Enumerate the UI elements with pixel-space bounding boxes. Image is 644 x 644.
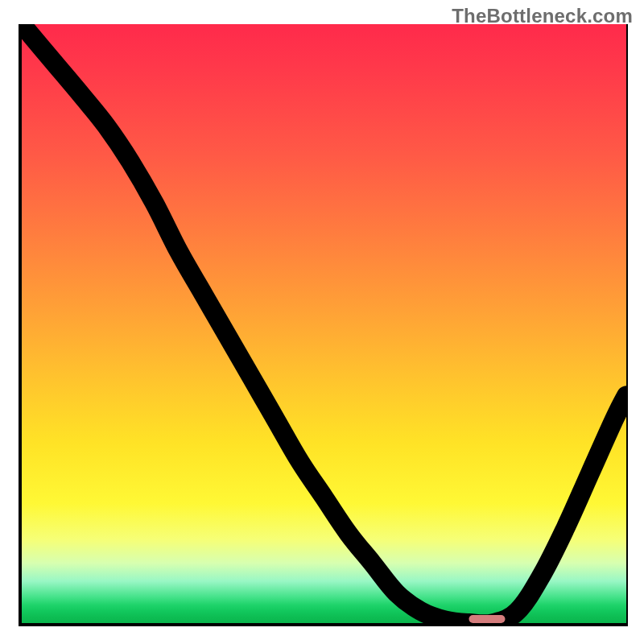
chart-stage: TheBottleneck.com [0,0,644,644]
optimal-marker [469,615,506,623]
curve-path [22,24,626,624]
plot-area [19,24,628,626]
bottleneck-curve [22,24,626,623]
